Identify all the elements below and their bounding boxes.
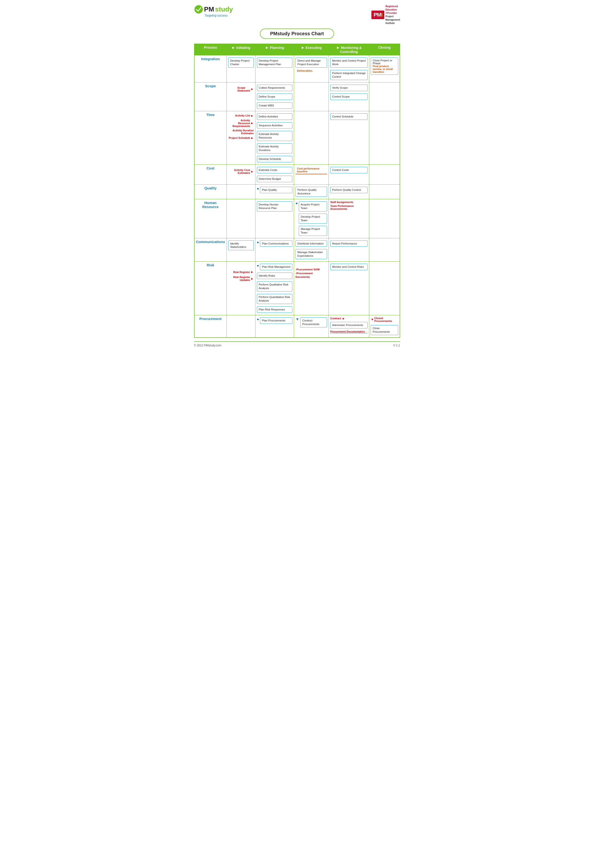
procurement-executing: ▼ Conduct Procurements (294, 315, 329, 337)
quality-executing: Perform Quality Assurance (294, 185, 329, 199)
risk-dot: ● (257, 263, 259, 268)
col-header-executing: ► Executing (294, 44, 329, 55)
closed-procurements-red: Closed Procurements (374, 317, 398, 322)
comms-planning: ● Plan Communications (255, 238, 294, 261)
perform-quantitative-risk-box: Perform Quantitative Risk Analysis (257, 294, 293, 304)
monitor-control-risks-box: Monitor and Control Risks (330, 264, 368, 270)
logo-study-text: study (215, 6, 233, 13)
identify-stakeholders-box: Identify Stakeholders (228, 241, 254, 251)
risk-mc: Monitor and Control Risks (329, 261, 369, 315)
time-closing (369, 111, 400, 165)
hr-label: Human Resource (194, 199, 227, 238)
comms-label: Communications (194, 238, 227, 261)
procurement-closing: ▼ Closed Procurements Close Procurements (369, 315, 400, 337)
collect-requirements-box: Collect Requirements (257, 85, 293, 91)
integration-closing: Close Project or Phase Final product, se… (369, 55, 400, 83)
procurement-row: Procurement ● Plan Procurements ▼ Conduc… (194, 315, 400, 337)
perform-quality-control-box: Perform Quality Control (330, 187, 368, 193)
contract-red: Contract (330, 317, 341, 320)
administer-procurements-box: Administer Procurements (330, 322, 368, 328)
identify-risks-box: Identify Risks (257, 273, 293, 279)
quality-planning: ● Plan Quality (255, 185, 294, 199)
cost-planning: Estimate Costs Determine Budget (255, 165, 294, 185)
cost-mc: Control Costs (329, 165, 369, 185)
control-costs-box: Control Costs (330, 167, 368, 173)
determine-budget-box: Determine Budget (257, 176, 293, 182)
page-header: PMstudy Targeting success PMI Registered… (194, 5, 400, 25)
comms-closing (369, 238, 400, 261)
logo-tagline: Targeting success (205, 14, 228, 17)
comms-row: Communications Identify Stakeholders ● P… (194, 238, 400, 261)
define-activities-box: Define Activities (257, 114, 293, 120)
plan-risk-responses-box: Plan Risk Responses (257, 306, 293, 313)
col-header-process: Process (194, 44, 227, 55)
develop-hr-plan-box: Develop Human Resource Plan (257, 201, 293, 211)
plan-communications-box: Plan Communications (260, 241, 292, 247)
activity-cost-red: Activity CostEstimates (234, 168, 250, 174)
check-circle-icon (194, 5, 203, 14)
risk-initiating: Risk Register ► Risk RegisterUpdates ► (227, 261, 255, 315)
hr-dot: ● (295, 201, 298, 205)
estimate-costs-box: Estimate Costs (257, 167, 293, 173)
scope-label: Scope (194, 82, 227, 111)
activity-list-red: Activity List (235, 114, 250, 117)
plan-procurements-box: Plan Procurements (260, 317, 292, 324)
procurement-dot: ● (257, 317, 259, 322)
pmstudy-logo: PMstudy Targeting success (194, 5, 233, 17)
activity-resource-req-red: Activity ResourceRequirements (228, 119, 250, 127)
comms-mc: Report Performance (329, 238, 369, 261)
conduct-procurements-box: Conduct Procurements (300, 317, 327, 328)
activity-duration-red: Activity DurationEstimates (233, 129, 254, 135)
svg-point-0 (194, 5, 202, 13)
hr-mc: Staff Assignments Team Performance Asses… (329, 199, 369, 238)
scope-executing (294, 82, 329, 111)
distribute-information-box: Distribute Information (295, 241, 327, 247)
integration-planning: Develop Project Management Plan (255, 55, 294, 83)
time-label: Time (194, 111, 227, 165)
perform-qualitative-risk-box: Perform Qualitative Risk Analysis (257, 281, 293, 291)
risk-executing: -Procurement SOW-Procurement Documents (294, 261, 329, 315)
comms-executing: Distribute Information Manage Stakeholde… (294, 238, 329, 261)
procurement-doc-red: Procurement Documentation (330, 330, 368, 333)
monitor-control-project-box: Monitor and Control Project Work (330, 58, 368, 68)
acquire-project-team-box: Acquire Project Team (299, 201, 327, 211)
procurement-mc: Contract ► Administer Procurements Procu… (329, 315, 369, 337)
cost-row: Cost Activity CostEstimates ► Estimate C… (194, 165, 400, 185)
report-performance-box: Report Performance (330, 241, 368, 247)
hr-executing: ● Acquire Project Team Develop Project T… (294, 199, 329, 238)
risk-planning: ● Plan Risk Management Identify Risks Pe… (255, 261, 294, 315)
verify-scope-box: Verify Scope (330, 85, 368, 91)
pmi-institute-text: Registered Education ©Provider Project M… (385, 5, 400, 25)
quality-initiating (227, 185, 255, 199)
time-row: Time Activity List ► Activity ResourceRe… (194, 111, 400, 165)
estimate-activity-durations-box: Estimate Activity Durations (257, 143, 293, 154)
scope-initiating: ScopeStatement ► (227, 82, 255, 111)
risk-label: Risk (194, 261, 227, 315)
cost-closing (369, 165, 400, 185)
cost-executing: Cost performance baseline (294, 165, 329, 185)
manage-project-team-box: Manage Project Team (299, 226, 327, 236)
create-wbs-box: Create WBS (257, 102, 293, 109)
procurement-sow-red: -Procurement SOW-Procurement Documents (295, 268, 327, 279)
time-executing (294, 111, 329, 165)
footer-copyright: © 2012 PMstudy.com (194, 344, 221, 347)
quality-row: Quality ● Plan Quality Perform Quality A… (194, 185, 400, 199)
cost-initiating: Activity CostEstimates ► (227, 165, 255, 185)
plan-risk-management-box: Plan Risk Management (260, 264, 292, 270)
comms-dot: ● (257, 240, 259, 245)
quality-mc: Perform Quality Control (329, 185, 369, 199)
define-scope-box: Define Scope (257, 93, 293, 100)
col-header-initiating: ► Initiating (227, 44, 255, 55)
logo-pm-text: PM (204, 6, 214, 13)
table-header-row: Process ► Initiating ► Planning ► Execut… (194, 44, 400, 55)
quality-closing (369, 185, 400, 199)
develop-project-team-box: Develop Project Team (299, 214, 327, 224)
project-schedule-red: Project Schedule (228, 136, 250, 139)
direct-manage-box: Direct and Manage Project Execution (295, 58, 327, 68)
plan-quality-box: Plan Quality (260, 187, 292, 193)
process-chart-table: Process ► Initiating ► Planning ► Execut… (194, 44, 400, 338)
procurement-label: Procurement (194, 315, 227, 337)
quality-plan-dot: ● (257, 186, 259, 191)
comms-initiating: Identify Stakeholders (227, 238, 255, 261)
risk-row: Risk Risk Register ► Risk RegisterUpdate… (194, 261, 400, 315)
